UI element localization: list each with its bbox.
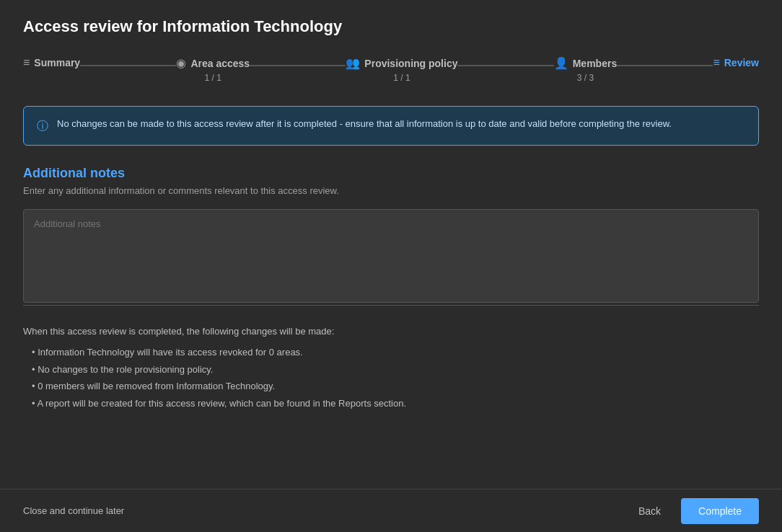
complete-button[interactable]: Complete	[681, 498, 759, 524]
step-members-label: Members	[573, 58, 617, 69]
textarea-wrapper	[23, 209, 759, 306]
list-item: A report will be created for this access…	[32, 395, 759, 412]
page-container: Access review for Information Technology…	[0, 0, 782, 532]
footer-actions: Back Complete	[627, 498, 759, 524]
step-review-label: Review	[724, 57, 759, 68]
summary-changes-list: Information Technology will have its acc…	[23, 344, 759, 412]
info-banner: ⓘ No changes can be made to this access …	[23, 106, 759, 146]
summary-changes-section: When this access review is completed, th…	[23, 323, 759, 412]
step-area-access: ◉ Area access 1 / 1	[176, 56, 250, 83]
line-3	[457, 65, 553, 66]
line-2	[250, 65, 346, 66]
summary-intro: When this access review is completed, th…	[23, 323, 759, 340]
additional-notes-section: Additional notes Enter any additional in…	[23, 166, 759, 323]
line-1	[80, 65, 176, 66]
stepper: ≡ Summary ◉ Area access 1 / 1 👥 Provisio…	[23, 56, 759, 83]
back-button[interactable]: Back	[627, 500, 672, 523]
step-provisioning-label: Provisioning policy	[364, 58, 457, 69]
step-area-access-label: Area access	[190, 58, 250, 69]
step-summary: ≡ Summary	[23, 56, 80, 69]
step-members-sub: 3 / 3	[577, 73, 594, 83]
step-summary-label: Summary	[34, 57, 80, 68]
list-item: No changes to the role provisioning poli…	[32, 361, 759, 378]
line-4	[617, 65, 713, 66]
info-banner-text: No changes can be made to this access re…	[57, 117, 672, 131]
step-provisioning-sub: 1 / 1	[393, 73, 410, 83]
list-item: 0 members will be removed from Informati…	[32, 378, 759, 394]
members-icon: 👤	[554, 56, 568, 70]
step-area-access-sub: 1 / 1	[205, 73, 221, 83]
page-title: Access review for Information Technology	[23, 17, 759, 36]
area-access-icon: ◉	[176, 56, 186, 70]
info-icon: ⓘ	[37, 118, 48, 135]
step-provisioning: 👥 Provisioning policy 1 / 1	[346, 56, 457, 83]
additional-notes-desc: Enter any additional information or comm…	[23, 185, 759, 196]
summary-icon: ≡	[23, 56, 30, 69]
close-continue-later-button[interactable]: Close and continue later	[23, 505, 124, 516]
provisioning-icon: 👥	[346, 56, 360, 70]
step-members: 👤 Members 3 / 3	[554, 56, 617, 83]
review-icon: ≡	[713, 56, 719, 69]
additional-notes-input[interactable]	[23, 209, 759, 303]
additional-notes-title: Additional notes	[23, 166, 759, 181]
step-review: ≡ Review	[713, 56, 759, 69]
list-item: Information Technology will have its acc…	[32, 344, 759, 360]
footer: Close and continue later Back Complete	[0, 489, 782, 532]
